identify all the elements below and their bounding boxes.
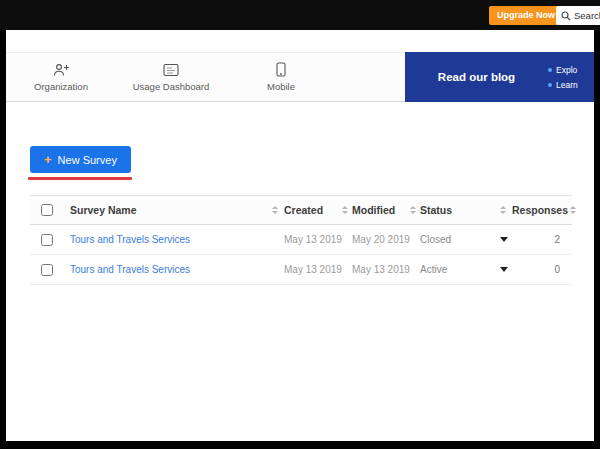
tab-label: Mobile: [267, 81, 295, 92]
modified-cell: May 20 2019: [352, 234, 420, 245]
search-icon: [561, 11, 571, 21]
survey-name-cell: Tours and Travels Services: [64, 234, 284, 245]
survey-name-cell: Tours and Travels Services: [64, 264, 284, 275]
mobile-icon: [276, 62, 286, 77]
modified-cell: May 13 2019: [352, 264, 420, 275]
column-label: Responses: [512, 204, 568, 216]
header-survey-name: Survey Name: [64, 204, 284, 216]
modified-date: May 20 2019: [352, 234, 410, 245]
new-survey-button[interactable]: + New Survey: [30, 146, 131, 173]
search-box[interactable]: Search: [556, 6, 600, 25]
status-cell: Active: [420, 264, 512, 275]
responses-count: 0: [512, 264, 572, 275]
table-row: Tours and Travels Services May 13 2019 M…: [30, 255, 572, 285]
table-row: Tours and Travels Services May 13 2019 M…: [30, 225, 572, 255]
blog-link[interactable]: Learn: [548, 80, 590, 90]
new-survey-label: New Survey: [58, 154, 117, 166]
row-checkbox[interactable]: [41, 264, 53, 276]
header-responses: Responses: [512, 204, 572, 216]
plus-icon: +: [44, 153, 52, 166]
row-checkbox[interactable]: [41, 234, 53, 246]
modified-date: May 13 2019: [352, 264, 410, 275]
bullet-dot-icon: [548, 68, 552, 72]
created-date: May 13 2019: [284, 234, 342, 245]
app-window: Upgrade Now Search: [0, 0, 600, 449]
responses-cell: 2: [512, 234, 572, 245]
header-modified: Modified: [352, 204, 420, 216]
sort-icon[interactable]: [340, 204, 350, 216]
header-checkbox-cell: [30, 204, 64, 216]
upgrade-now-button[interactable]: Upgrade Now: [489, 6, 563, 25]
row-checkbox-cell: [30, 264, 64, 276]
sort-icon[interactable]: [270, 204, 280, 216]
created-cell: May 13 2019: [284, 234, 352, 245]
select-all-checkbox[interactable]: [41, 204, 53, 216]
survey-name-link[interactable]: Tours and Travels Services: [70, 264, 190, 275]
responses-cell: 0: [512, 264, 572, 275]
blog-link-label: Learn: [556, 80, 578, 90]
header-created: Created: [284, 204, 352, 216]
column-label: Created: [284, 204, 323, 216]
blog-links: Explo Learn: [548, 65, 590, 90]
search-label: Search: [574, 10, 600, 21]
row-checkbox-cell: [30, 234, 64, 246]
status-cell: Closed: [420, 234, 512, 245]
status-value: Active: [420, 264, 447, 275]
annotation-red-underline: [28, 177, 132, 180]
bullet-dot-icon: [548, 83, 552, 87]
dashboard-icon: [163, 63, 179, 77]
blog-link-label: Explo: [556, 65, 577, 75]
topbar: Upgrade Now Search: [0, 0, 600, 30]
blog-title: Read our blog: [405, 71, 548, 83]
caret-down-icon[interactable]: [500, 267, 508, 272]
column-label: Status: [420, 204, 452, 216]
responses-count: 2: [512, 234, 572, 245]
column-label: Modified: [352, 204, 395, 216]
blog-link[interactable]: Explo: [548, 65, 590, 75]
tab-label: Organization: [34, 81, 88, 92]
survey-table: Survey Name Created Modified Status Resp…: [30, 195, 572, 285]
status-value: Closed: [420, 234, 451, 245]
created-date: May 13 2019: [284, 264, 342, 275]
tab-usage-dashboard[interactable]: Usage Dashboard: [116, 53, 226, 101]
sort-icon[interactable]: [498, 204, 508, 216]
tab-organization[interactable]: Organization: [6, 53, 116, 101]
header-status: Status: [420, 204, 512, 216]
page: Organization Usage Dashboard: [6, 30, 594, 441]
tab-label: Usage Dashboard: [133, 81, 210, 92]
nav-bar: Organization Usage Dashboard: [6, 52, 594, 102]
table-header-row: Survey Name Created Modified Status Resp…: [30, 195, 572, 225]
sort-icon[interactable]: [568, 204, 578, 216]
tab-mobile[interactable]: Mobile: [226, 53, 336, 101]
created-cell: May 13 2019: [284, 264, 352, 275]
organization-icon: [52, 63, 71, 77]
column-label: Survey Name: [70, 204, 137, 216]
blog-panel[interactable]: Read our blog Explo Learn: [405, 52, 594, 102]
survey-name-link[interactable]: Tours and Travels Services: [70, 234, 190, 245]
sort-icon[interactable]: [408, 204, 418, 216]
caret-down-icon[interactable]: [500, 237, 508, 242]
